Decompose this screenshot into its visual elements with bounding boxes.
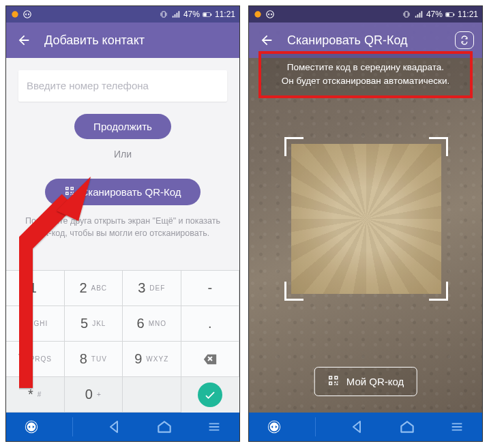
key-1[interactable]: 1	[6, 271, 65, 306]
qr-icon	[64, 185, 75, 198]
navigation-bar	[249, 413, 482, 441]
scan-hint-box: Поместите код в середину квадрата. Он бу…	[258, 51, 473, 98]
clock: 11:21	[458, 10, 478, 19]
qr-icon	[327, 374, 340, 389]
clock: 11:21	[215, 10, 235, 19]
nav-divider	[315, 417, 316, 436]
key-8[interactable]: 8TUV	[65, 342, 123, 377]
numeric-keypad: 1 2ABC 3DEF - 4GHI 5JKL 6MNO . 7PRQS 8TU…	[6, 270, 239, 413]
or-divider: Или	[114, 149, 132, 160]
key-done[interactable]	[181, 377, 240, 413]
continue-button[interactable]: Продолжить	[74, 114, 171, 139]
teamviewer-nav-icon[interactable]	[23, 418, 40, 436]
battery-icon	[203, 10, 212, 19]
key-backspace[interactable]	[181, 342, 240, 377]
vibrate-icon	[402, 10, 411, 19]
appbar-title: Сканировать QR-Код	[287, 33, 444, 48]
svg-rect-12	[446, 13, 449, 16]
nav-back-button[interactable]	[348, 418, 366, 436]
key-dot[interactable]: .	[181, 306, 240, 342]
key-9[interactable]: 9WXYZ	[123, 342, 181, 377]
svg-point-1	[24, 11, 31, 18]
my-qr-button[interactable]: Мой QR-код	[314, 367, 417, 396]
frame-corner-icon	[429, 282, 448, 301]
key-6[interactable]: 6MNO	[123, 306, 181, 342]
nav-divider	[72, 417, 73, 436]
scan-qr-label: Сканировать QR-Код	[80, 186, 181, 198]
navigation-bar	[6, 413, 239, 441]
helper-text: Попросите друга открыть экран "Ещё" и по…	[18, 215, 227, 239]
nav-home-button[interactable]	[155, 418, 173, 436]
phone-input[interactable]	[27, 80, 219, 91]
key-minus[interactable]: -	[181, 271, 240, 306]
appbar-title: Добавить контакт	[44, 33, 231, 48]
add-contact-content: Продолжить Или Сканировать QR-Код Попрос…	[6, 58, 239, 270]
hint-line-2: Он будет отсканирован автоматически.	[267, 74, 464, 88]
phone-input-card	[18, 70, 227, 102]
back-button[interactable]	[14, 31, 33, 50]
teamviewer-status-icon	[23, 10, 32, 19]
signal-icon	[414, 10, 424, 19]
nav-back-button[interactable]	[105, 418, 123, 436]
hint-line-1: Поместите код в середину квадрата.	[267, 61, 464, 74]
svg-rect-5	[211, 14, 211, 16]
key-star[interactable]: *#	[6, 377, 65, 413]
teamviewer-nav-icon[interactable]	[265, 418, 283, 436]
svg-rect-4	[203, 13, 207, 16]
svg-point-8	[254, 11, 261, 17]
battery-percent: 47%	[183, 10, 200, 19]
app-bar: Добавить контакт	[6, 23, 239, 58]
back-button[interactable]	[257, 31, 276, 50]
app-indicator-icon	[10, 10, 20, 19]
signal-icon	[171, 10, 181, 19]
key-2[interactable]: 2ABC	[65, 271, 123, 306]
svg-rect-10	[405, 12, 409, 17]
key-spacer	[123, 377, 181, 413]
key-7[interactable]: 7PRQS	[6, 342, 65, 377]
key-3[interactable]: 3DEF	[123, 271, 181, 306]
my-qr-label: Мой QR-код	[346, 376, 404, 387]
svg-rect-13	[454, 14, 454, 16]
battery-icon	[445, 10, 455, 19]
key-5[interactable]: 5JKL	[65, 306, 123, 342]
frame-corner-icon	[429, 137, 448, 156]
camera-target-surface	[291, 144, 441, 294]
teamviewer-status-icon	[265, 10, 275, 19]
svg-point-0	[12, 11, 18, 17]
continue-label: Продолжить	[93, 121, 152, 132]
key-4[interactable]: 4GHI	[6, 306, 65, 342]
phone-right: 47% 11:21 Мой QR-код Сканировать QR-Код	[248, 5, 483, 442]
battery-percent: 47%	[426, 10, 443, 19]
frame-corner-icon	[284, 137, 303, 156]
phone-left: 47% 11:21 Добавить контакт Продолжить Ил…	[5, 5, 240, 442]
switch-camera-button[interactable]	[455, 31, 474, 50]
svg-rect-2	[162, 12, 166, 17]
scan-frame	[284, 137, 448, 301]
key-0[interactable]: 0+	[65, 377, 123, 413]
scan-qr-button[interactable]: Сканировать QR-Код	[45, 179, 200, 205]
svg-point-9	[267, 11, 274, 18]
nav-recent-button[interactable]	[448, 418, 466, 436]
status-bar: 47% 11:21	[6, 6, 239, 23]
nav-home-button[interactable]	[398, 418, 416, 436]
nav-recent-button[interactable]	[205, 418, 223, 436]
app-indicator-icon	[253, 10, 263, 19]
status-bar: 47% 11:21	[249, 6, 482, 23]
vibrate-icon	[159, 10, 168, 19]
frame-corner-icon	[284, 282, 303, 301]
